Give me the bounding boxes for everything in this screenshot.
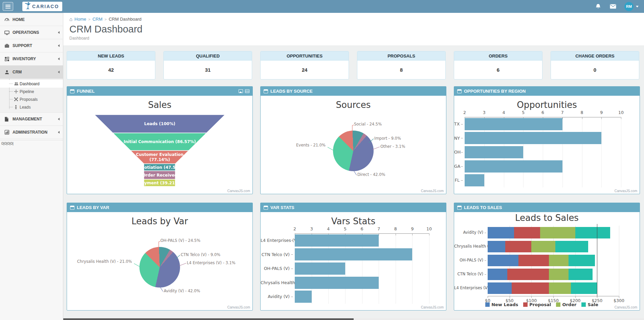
category-label: OH — [454, 145, 460, 159]
legend-item-order[interactable]: Order — [556, 302, 576, 307]
avatar[interactable]: RM — [624, 2, 634, 11]
bar-ctn-telco-v[interactable] — [295, 248, 412, 260]
brand-logo[interactable]: CARIACO — [22, 2, 62, 11]
stacked-segment-proposal[interactable] — [512, 282, 549, 294]
user-menu[interactable]: RM — [624, 2, 639, 11]
sidebar-item-operations[interactable]: OPERATIONS — [0, 26, 63, 39]
stat-card-title: NEW LEADS — [67, 51, 155, 61]
sidebar-toggle-button[interactable] — [3, 2, 13, 11]
x-tick-label: 4 — [498, 110, 510, 115]
content-header: ⌂ Home > CRM > CRM Dashboard CRM Dashboa… — [63, 13, 644, 45]
stat-card-change-orders: CHANGE ORDERS0 — [551, 51, 639, 79]
qrcode-icon — [4, 56, 13, 62]
sidebar: HOMEOPERATIONSSUPPORTINVENTORYCRMDashboa… — [0, 13, 63, 320]
sidebar-submenu: DashboardPipelineProposalsLeads — [0, 79, 63, 113]
pie-slice-label-events: Events - 21.0% — [296, 143, 326, 147]
stacked-segment-sale[interactable] — [575, 227, 610, 238]
stacked-segment-order[interactable] — [549, 269, 569, 280]
funnel-segment-label: Negotiation (47.50%) — [135, 165, 184, 170]
stacked-segment-sale[interactable] — [571, 282, 597, 294]
bar-fl[interactable] — [465, 174, 484, 186]
sidebar-item-crm[interactable]: CRM — [0, 66, 63, 79]
canvasjs-credit: CanvasJS.com — [421, 189, 444, 193]
x-tick-label: 5 — [339, 226, 351, 231]
x-tick-label: 7 — [556, 110, 569, 115]
sidebar-subitem-proposals[interactable]: Proposals — [0, 95, 63, 103]
canvasjs-credit: CanvasJS.com — [227, 305, 250, 309]
bar-chrysalis-health-v[interactable] — [295, 277, 379, 289]
messages-envelope-icon[interactable] — [609, 3, 616, 10]
breadcrumb-crm-link[interactable]: CRM — [92, 17, 103, 22]
stacked-segment-sale[interactable] — [569, 255, 595, 266]
funnel-segment-label: Customer Evaluation — [136, 152, 184, 157]
bar-l4-enterprises-v[interactable] — [295, 234, 379, 247]
stacked-segment-order[interactable] — [549, 282, 571, 294]
stacked-segment-sale[interactable] — [555, 241, 588, 252]
stacked-segment-order[interactable] — [549, 255, 569, 266]
bar-oh-pals-v[interactable] — [295, 262, 345, 275]
sidebar-item-home[interactable]: HOME — [0, 13, 63, 26]
notifications-bell-icon[interactable] — [595, 3, 601, 10]
sidebar-item-support[interactable]: SUPPORT — [0, 39, 63, 52]
stacked-segment-sale[interactable] — [569, 269, 593, 280]
leads-by-source-pie-chart: SourcesSocial - 24.5%Import - 9.0%Other … — [261, 96, 446, 194]
stacked-segment-proposal[interactable] — [507, 269, 549, 280]
stacked-segment-new-leads[interactable] — [488, 269, 507, 280]
stacked-segment-new-leads[interactable] — [488, 227, 514, 238]
stacked-segment-proposal[interactable] — [505, 241, 532, 252]
sidebar-item-inventory[interactable]: INVENTORY — [0, 52, 63, 66]
horizontal-scrollbar-thumb[interactable] — [63, 318, 354, 320]
pie[interactable] — [333, 131, 374, 171]
male-icon — [14, 105, 20, 110]
legend-item-sale[interactable]: Sale — [581, 302, 598, 307]
canvasjs-credit: CanvasJS.com — [227, 189, 250, 193]
chart-image-icon[interactable] — [239, 89, 243, 93]
x-tick-label: 2 — [459, 110, 471, 115]
stat-card-title: CHANGE ORDERS — [551, 51, 639, 61]
category-label: OH-PALS (V) — [454, 253, 483, 267]
calendar-icon — [70, 206, 74, 210]
chevron-left-icon — [58, 118, 60, 120]
panel-opportunities-by-region-header: OPPORTUNITIES BY REGION — [454, 87, 640, 96]
stacked-segment-new-leads[interactable] — [488, 241, 505, 252]
pie-slice-label-other: Other - 3.1% — [380, 144, 405, 149]
arrows-icon — [14, 97, 20, 101]
category-label: Chrysalis Health (V) — [261, 276, 290, 290]
chevron-left-icon — [58, 58, 60, 60]
horizontal-scrollbar[interactable] — [63, 318, 644, 320]
chart-title: Opportunities — [454, 100, 640, 110]
sidebar-item-administration[interactable]: ADMINISTRATION — [0, 126, 63, 139]
stacked-segment-new-leads[interactable] — [488, 255, 518, 266]
chevron-down-icon — [636, 6, 639, 7]
category-label: FL — [454, 173, 460, 187]
bar-ga[interactable] — [465, 160, 562, 173]
opportunities-bar-chart: Opportunities2345678910TXNYOHGAFL — [454, 96, 640, 194]
stacked-segment-proposal[interactable] — [518, 255, 549, 266]
legend-item-proposal[interactable]: Proposal — [523, 302, 551, 307]
legend-item-new-leads[interactable]: New Leads — [485, 302, 518, 307]
bar-tx[interactable] — [465, 118, 562, 130]
stat-card-title: QUALIFIED — [164, 51, 252, 61]
stacked-segment-order[interactable] — [531, 241, 555, 252]
stat-card-proposals: PROPOSALS8 — [357, 51, 446, 79]
category-label: TX — [454, 117, 460, 131]
sidebar-item-management[interactable]: MANAGEMENT — [0, 113, 63, 126]
stacked-segment-proposal[interactable] — [514, 227, 540, 238]
bar-avidity-v[interactable] — [295, 291, 312, 303]
chart-table-icon[interactable] — [245, 89, 249, 93]
sidebar-subitem-dashboard[interactable]: Dashboard — [0, 80, 63, 88]
breadcrumb-home-link[interactable]: Home — [74, 17, 86, 22]
x-tick-label: 9 — [406, 226, 418, 231]
pie[interactable] — [139, 247, 180, 288]
pie-slice-label-ctn-telco-v: CTN Telco (V) - 9.0% — [181, 252, 220, 257]
pie-slice-label-import: Import - 9.0% — [374, 136, 401, 141]
stacked-segment-new-leads[interactable] — [488, 282, 512, 294]
bar-ny[interactable] — [465, 132, 601, 144]
stat-card-qualified: QUALIFIED31 — [163, 51, 252, 79]
funnel-segment-label: Payment (39.21%) — [139, 181, 181, 185]
leads-to-sales-stacked-chart: Leads to Sales$0$50$100$150$200$250$300A… — [454, 212, 640, 310]
sidebar-subitem-pipeline[interactable]: Pipeline — [0, 88, 63, 95]
bar-oh[interactable] — [465, 146, 523, 158]
stacked-segment-order[interactable] — [540, 227, 575, 238]
sidebar-subitem-leads[interactable]: Leads — [0, 103, 63, 111]
